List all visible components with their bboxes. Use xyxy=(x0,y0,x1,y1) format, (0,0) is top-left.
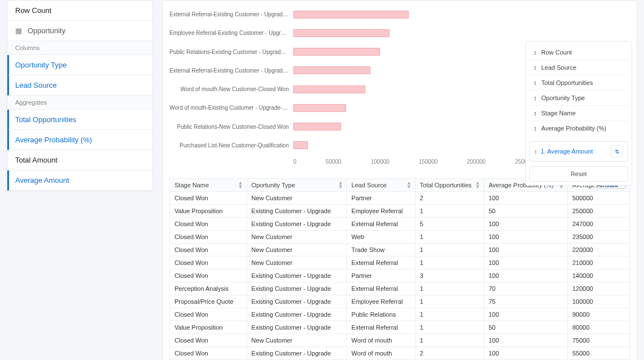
table-row: Closed WonExisting Customer - UpgradeWor… xyxy=(170,347,630,360)
table-cell: Existing Customer - Upgrade xyxy=(247,205,347,218)
table-cell: Perception Analysis xyxy=(170,282,247,295)
sort-arrows-icon[interactable]: ▲▼ xyxy=(238,181,243,189)
chart-category-label: External Referral-Existing Customer - Up… xyxy=(169,68,293,74)
table-cell: Public Relations xyxy=(347,308,415,321)
sort-arrows-icon[interactable]: ▲▼ xyxy=(475,181,480,189)
sort-reset-button[interactable]: Reset xyxy=(529,166,628,182)
chart-category-label: Employee Referral-Existing Customer - Up… xyxy=(169,30,293,36)
sort-option-label: Average Probability (%) xyxy=(542,125,606,132)
table-cell: 1 xyxy=(415,295,484,308)
table-cell: Value Proposition xyxy=(170,321,247,334)
sidebar-row-count[interactable]: Row Count xyxy=(7,1,153,21)
table-cell: Existing Customer - Upgrade xyxy=(247,321,347,334)
chart-category-label: Word of mouth-Existing Customer - Upgrad… xyxy=(169,105,293,111)
chart-bar[interactable] xyxy=(293,141,308,149)
table-header[interactable]: Total Opportunities▲▼ xyxy=(415,179,484,192)
table-cell: Employee Referral xyxy=(347,295,415,308)
chart-bar[interactable] xyxy=(293,86,365,93)
sort-icon: ↕ xyxy=(534,64,537,71)
table-cell: 70 xyxy=(484,282,567,295)
chart-bar[interactable] xyxy=(293,11,409,19)
table-cell: 100 xyxy=(484,192,567,205)
sort-icon: ↕ xyxy=(534,110,537,116)
table-cell: Value Proposition xyxy=(170,205,247,218)
table-cell: Word of mouth xyxy=(347,347,415,360)
table-cell: 75000 xyxy=(567,334,629,347)
chart-category-label: Public Relations-Existing Customer - Upg… xyxy=(169,49,293,55)
table-cell: New Customer xyxy=(247,231,347,244)
table-cell: 75 xyxy=(484,295,567,308)
chart-bar[interactable] xyxy=(293,29,390,37)
chart-row: Employee Referral-Existing Customer - Up… xyxy=(169,27,630,39)
chart-category-label: Purchased List-New Customer-Qualificatio… xyxy=(169,142,293,148)
table-cell: 247000 xyxy=(567,218,629,231)
table-header[interactable]: Lead Source▲▼ xyxy=(347,179,415,192)
sort-option-label: Stage Name xyxy=(542,110,576,116)
table-cell: 1 xyxy=(415,256,484,269)
sort-arrows-icon[interactable]: ▲▼ xyxy=(406,181,412,189)
sidebar-column[interactable]: Lead Source xyxy=(7,75,153,96)
sort-icon: ↕ xyxy=(534,79,537,86)
sidebar-source: Opportunity xyxy=(7,21,153,41)
table-cell: New Customer xyxy=(247,334,347,347)
table-cell: 100 xyxy=(484,308,567,321)
table-cell: Closed Won xyxy=(170,244,247,256)
chart-bar[interactable] xyxy=(293,104,346,112)
annotation-arrow xyxy=(636,192,644,327)
table-cell: External Referral xyxy=(347,321,415,334)
sidebar-aggregate[interactable]: Average Amount xyxy=(7,170,153,191)
table-cell: Trade Show xyxy=(347,244,415,256)
chart-bar[interactable] xyxy=(293,123,341,130)
table-cell: Closed Won xyxy=(170,334,247,347)
table-row: Closed WonNew CustomerWord of mouth11007… xyxy=(170,334,630,347)
table-row: Closed WonNew CustomerExternal Referral1… xyxy=(170,256,630,269)
table-row: Proposal/Price QuoteExisting Customer - … xyxy=(170,295,630,308)
sort-option-label: Row Count xyxy=(542,49,572,56)
table-row: Closed WonNew CustomerWeb1100235000 xyxy=(170,231,630,244)
table-cell: New Customer xyxy=(247,192,347,205)
sort-option[interactable]: ↕Stage Name xyxy=(529,106,628,121)
sort-option[interactable]: ↕Total Opportunities xyxy=(529,75,628,91)
table-cell: 1 xyxy=(415,308,484,321)
chart-bar[interactable] xyxy=(293,48,380,56)
table-cell: Existing Customer - Upgrade xyxy=(247,295,347,308)
sidebar-column[interactable]: Oportunity Type xyxy=(7,55,153,75)
table-cell: Partner xyxy=(347,192,415,205)
sort-settings-button[interactable]: ⇅ xyxy=(611,145,623,158)
chart-category-label: External Referral-Existing Customer - Up… xyxy=(169,11,293,17)
table-cell: 90000 xyxy=(567,308,629,321)
sidebar-aggregate[interactable]: Total Opportunities xyxy=(7,110,153,130)
sort-option[interactable]: ↕Oportunity Type xyxy=(529,91,628,106)
sort-option[interactable]: ↕Average Probability (%) xyxy=(529,121,628,136)
sidebar-aggregate[interactable]: Average Probability (%) xyxy=(7,130,153,150)
table-cell: Closed Won xyxy=(170,308,247,321)
sort-option[interactable]: ↕Row Count xyxy=(529,45,628,60)
table-cell: 120000 xyxy=(567,282,629,295)
table-cell: 50 xyxy=(484,205,567,218)
sort-selected[interactable]: ↕ 1. Average Amount ⇅ xyxy=(529,141,628,161)
table-row: Closed WonNew CustomerPartner2100500000 xyxy=(170,192,630,205)
table-cell: Closed Won xyxy=(170,218,247,231)
sort-icon: ↕ xyxy=(534,125,537,132)
sort-selected-label: 1. Average Amount xyxy=(541,148,593,155)
table-cell: Word of mouth xyxy=(347,334,415,347)
table-cell: 100 xyxy=(484,244,567,256)
chart-bar[interactable] xyxy=(293,66,370,74)
sort-arrows-icon[interactable]: ▲▼ xyxy=(338,181,343,189)
table-row: Perception AnalysisExisting Customer - U… xyxy=(170,282,630,295)
sort-option[interactable]: ↕Lead Source xyxy=(529,60,628,75)
table-cell: 140000 xyxy=(567,269,629,282)
table-header[interactable]: Oportunity Type▲▼ xyxy=(247,179,347,192)
table-cell: New Customer xyxy=(247,244,347,256)
table-cell: 100 xyxy=(484,334,567,347)
sidebar-aggregate[interactable]: Total Amount xyxy=(7,150,153,170)
x-tick: 50000 xyxy=(326,159,342,165)
table-row: Value PropositionExisting Customer - Upg… xyxy=(170,321,630,334)
table-header[interactable]: Stage Name▲▼ xyxy=(170,179,247,192)
table-cell: 500000 xyxy=(567,192,629,205)
sort-option-label: Oportunity Type xyxy=(542,94,585,101)
x-tick: 200000 xyxy=(467,159,485,165)
sort-option-label: Total Opportunities xyxy=(542,79,593,86)
table-cell: 1 xyxy=(415,244,484,256)
table-cell: Closed Won xyxy=(170,192,247,205)
